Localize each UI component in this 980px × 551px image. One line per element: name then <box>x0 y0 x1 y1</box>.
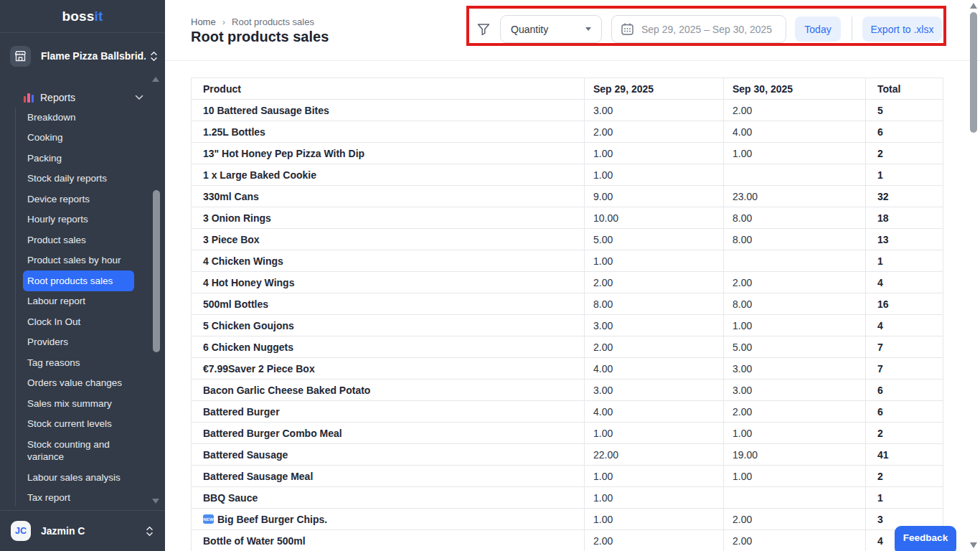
total-cell: 2 <box>866 423 943 444</box>
value-cell: 5.00 <box>724 336 866 358</box>
sidebar-item-product-sales[interactable]: Product sales <box>23 230 134 250</box>
sidebar-scroll-up-icon[interactable] <box>152 77 159 82</box>
product-cell: NEWBig Beef Burger Chips. <box>192 509 585 530</box>
sidebar-item-product-sales-by-hour[interactable]: Product sales by hour <box>23 250 134 271</box>
products-table: Product Sep 29, 2025 Sep 30, 2025 Total … <box>191 77 943 551</box>
sidebar-item-device-reports[interactable]: Device reports <box>23 189 134 209</box>
page-scroll-down-icon[interactable] <box>970 542 977 548</box>
sidebar-item-labour-report[interactable]: Labour report <box>23 291 134 312</box>
dropdown-caret-icon <box>585 27 591 31</box>
value-cell: 2.00 <box>724 509 866 530</box>
table-row: Bacon Garlic Cheese Baked Potato3.003.00… <box>192 380 943 401</box>
sidebar-scrollbar-thumb[interactable] <box>153 190 160 352</box>
total-cell: 1 <box>866 250 943 272</box>
product-cell: Bacon Garlic Cheese Baked Potato <box>192 380 585 401</box>
filter-icon[interactable] <box>476 22 491 37</box>
logo-it: it <box>95 9 103 24</box>
breadcrumb-home[interactable]: Home <box>191 17 216 27</box>
table-row: 6 Chicken Nuggets2.005.007 <box>192 336 943 358</box>
page-scroll-up-icon[interactable] <box>970 3 977 9</box>
table-row: Battered Sausage Meal1.001.002 <box>192 466 943 487</box>
sidebar-item-stock-daily-reports[interactable]: Stock daily reports <box>23 169 134 189</box>
product-name: Battered Sausage Meal <box>203 471 313 482</box>
table-body: 10 Battered Sausage Bites3.002.0051.25L … <box>192 100 943 551</box>
sidebar-item-packing[interactable]: Packing <box>23 148 134 169</box>
table-row: NEWBig Beef Burger Chips.1.002.003 <box>192 509 943 530</box>
product-name: Bacon Garlic Cheese Baked Potato <box>203 385 370 396</box>
sidebar-item-stock-counting-and-variance[interactable]: Stock counting and variance <box>23 434 134 467</box>
total-cell: 6 <box>866 401 943 423</box>
table-row: 4 Chicken Wings1.001 <box>192 250 943 272</box>
export-xlsx-button[interactable]: Export to .xlsx <box>862 17 942 42</box>
user-menu[interactable]: JC Jazmin C <box>0 510 165 551</box>
sidebar-item-orders-value-changes[interactable]: Orders value changes <box>23 373 134 394</box>
product-name: 3 Piece Box <box>203 234 260 245</box>
product-cell: 6 Chicken Nuggets <box>192 336 585 358</box>
product-name: Bottle of Water 500ml <box>203 535 306 547</box>
product-cell: 3 Piece Box <box>192 229 585 250</box>
venue-name: Flame Pizza Ballsbrid... <box>41 50 146 62</box>
total-cell: 1 <box>866 164 943 186</box>
value-cell: 1.00 <box>585 466 724 487</box>
value-cell: 1.00 <box>585 164 724 186</box>
sidebar-item-tax-report[interactable]: Tax report <box>23 488 134 509</box>
product-name: Battered Burger <box>203 406 280 418</box>
date-range-input[interactable]: Sep 29, 2025 – Sep 30, 2025 <box>611 15 786 43</box>
sidebar-item-breakdown[interactable]: Breakdown <box>23 107 134 128</box>
table-row: 4 Hot Honey Wings2.002.004 <box>192 272 943 293</box>
table-row: BBQ Sauce1.001 <box>192 487 943 509</box>
quantity-select-value: Quantity <box>511 24 585 35</box>
value-cell: 2.00 <box>724 100 866 121</box>
value-cell: 3.00 <box>585 380 724 401</box>
product-name: 10 Battered Sausage Bites <box>203 105 329 116</box>
total-cell: 32 <box>866 186 943 207</box>
product-name: 6 Chicken Nuggets <box>203 342 293 353</box>
sidebar-item-stock-current-levels[interactable]: Stock current levels <box>23 414 134 435</box>
value-cell: 1.00 <box>585 509 724 530</box>
product-name: 5 Chicken Goujons <box>203 320 294 331</box>
value-cell: 23.00 <box>724 186 866 207</box>
total-cell: 7 <box>866 336 943 358</box>
nav-group-reports[interactable]: Reports <box>24 90 143 105</box>
value-cell: 4.00 <box>724 121 866 143</box>
value-cell: 5.00 <box>585 229 724 250</box>
sidebar-scroll-down-icon[interactable] <box>152 499 159 504</box>
product-cell: Battered Burger <box>192 401 585 423</box>
product-cell: Battered Sausage Meal <box>192 466 585 487</box>
total-cell: 6 <box>866 121 943 143</box>
product-name: 1 x Large Baked Cookie <box>203 169 316 181</box>
breadcrumb-separator-icon: › <box>222 17 225 27</box>
sidebar-item-sales-mix-summary[interactable]: Sales mix summary <box>23 393 134 414</box>
product-name: 4 Chicken Wings <box>203 255 283 267</box>
sidebar-item-clock-in-out[interactable]: Clock In Out <box>23 311 134 332</box>
total-cell: 41 <box>866 444 943 466</box>
user-name: Jazmin C <box>41 525 141 537</box>
total-cell: 6 <box>866 380 943 401</box>
product-cell: 13" Hot Honey Pep Pizza With Dip <box>192 143 585 164</box>
sidebar-item-hourly-reports[interactable]: Hourly reports <box>23 209 134 230</box>
value-cell: 2.00 <box>724 530 866 551</box>
sidebar-item-providers[interactable]: Providers <box>23 332 134 353</box>
date-range-value: Sep 29, 2025 – Sep 30, 2025 <box>641 24 772 35</box>
feedback-button[interactable]: Feedback <box>895 526 956 551</box>
value-cell: 22.00 <box>585 444 724 466</box>
value-cell <box>724 250 866 272</box>
venue-selector[interactable]: Flame Pizza Ballsbrid... <box>10 42 158 70</box>
sidebar-item-cooking[interactable]: Cooking <box>23 128 134 149</box>
product-cell: €7.99Saver 2 Piece Box <box>192 358 585 380</box>
value-cell: 1.00 <box>585 143 724 164</box>
sidebar-item-labour-sales-analysis[interactable]: Labour sales analysis <box>23 467 134 488</box>
value-cell: 9.00 <box>585 186 724 207</box>
sidebar-item-tag-reasons[interactable]: Tag reasons <box>23 352 134 373</box>
page-scrollbar-thumb[interactable] <box>970 12 977 133</box>
product-cell: Battered Sausage <box>192 444 585 466</box>
page-title: Root products sales <box>191 29 329 45</box>
value-cell: 3.00 <box>585 100 724 121</box>
sidebar-item-root-products-sales[interactable]: Root products sales <box>23 270 134 291</box>
product-name: €7.99Saver 2 Piece Box <box>203 363 315 375</box>
quantity-select[interactable]: Quantity <box>500 15 602 43</box>
today-button[interactable]: Today <box>795 17 841 42</box>
product-cell: 500ml Bottles <box>192 293 585 315</box>
value-cell: 1.00 <box>724 315 866 336</box>
column-header-day1: Sep 29, 2025 <box>585 78 724 100</box>
